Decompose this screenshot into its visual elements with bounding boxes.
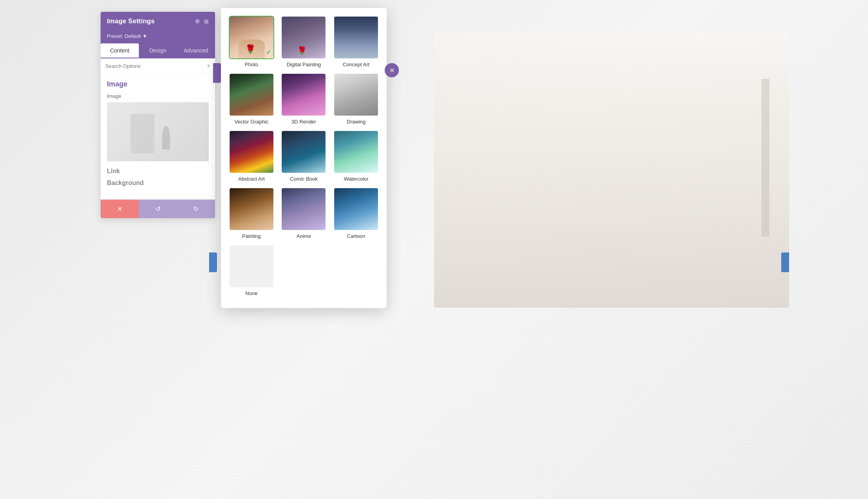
style-selector-modal: ✓ Photo Digital Painting Concept Art Vec…	[221, 8, 387, 308]
image-preview[interactable]	[107, 102, 209, 161]
style-img-concept-art	[333, 16, 379, 59]
style-img-watercolor	[333, 130, 379, 174]
style-img-none	[229, 245, 274, 288]
style-img-comic-book	[281, 130, 326, 174]
settings-icon[interactable]: ⚙	[195, 18, 200, 24]
expand-icon[interactable]: ⊞	[204, 18, 209, 24]
style-img-photo: ✓	[229, 16, 274, 59]
panel-body: Image Image Link Background	[101, 74, 215, 196]
undo-button[interactable]: ↺	[139, 200, 177, 218]
style-item-abstract-art[interactable]: Abstract Art	[228, 130, 275, 182]
panel-header-icons: ⚙ ⊞	[195, 18, 209, 24]
add-option-icon[interactable]: +	[207, 62, 210, 69]
cancel-button[interactable]: ✕	[101, 200, 139, 218]
section-link-title: Link	[107, 168, 209, 175]
search-input[interactable]	[105, 63, 204, 69]
style-label-3d-render: 3D Render	[292, 119, 316, 125]
style-item-cartoon[interactable]: Cartoon	[333, 187, 380, 239]
style-item-painting[interactable]: Painting	[228, 187, 275, 239]
style-item-photo[interactable]: ✓ Photo	[228, 16, 275, 67]
style-item-none[interactable]: None	[228, 245, 275, 296]
style-label-abstract-art: Abstract Art	[238, 176, 265, 182]
panel-expand-button[interactable]	[213, 63, 221, 83]
style-img-abstract-art	[229, 130, 274, 174]
style-grid: ✓ Photo Digital Painting Concept Art Vec…	[228, 16, 380, 296]
style-label-watercolor: Watercolor	[344, 176, 368, 182]
style-item-comic-book[interactable]: Comic Book	[281, 130, 327, 182]
redo-button[interactable]: ↻	[177, 200, 215, 218]
style-img-cartoon	[333, 187, 379, 231]
style-item-3d-render[interactable]: 3D Render	[281, 73, 327, 125]
panel-footer: ✕ ↺ ↻	[101, 199, 215, 218]
style-item-concept-art[interactable]: Concept Art	[333, 16, 380, 67]
panel-header: Image Settings ⚙ ⊞	[101, 12, 215, 31]
style-label-drawing: Drawing	[347, 119, 366, 125]
tab-design[interactable]: Design	[139, 43, 177, 58]
panel-search-bar: +	[101, 58, 215, 74]
style-img-3d-render	[281, 73, 326, 116]
section-background-title: Background	[107, 179, 209, 187]
style-img-digital-painting	[281, 16, 326, 59]
preset-label: Preset: Default ▼	[107, 33, 147, 39]
style-label-photo: Photo	[245, 62, 258, 67]
field-image-label: Image	[107, 93, 209, 99]
left-nav-button[interactable]	[209, 252, 217, 272]
style-item-drawing[interactable]: Drawing	[333, 73, 380, 125]
close-button[interactable]: ✕	[385, 63, 399, 77]
style-item-digital-painting[interactable]: Digital Painting	[281, 16, 327, 67]
panel-title: Image Settings	[107, 17, 155, 25]
tab-content[interactable]: Content	[101, 43, 139, 58]
section-image-title: Image	[107, 80, 209, 88]
style-label-anime: Anime	[297, 233, 311, 239]
tab-advanced[interactable]: Advanced	[177, 43, 215, 58]
style-item-vector-graphic[interactable]: Vector Graphic	[228, 73, 275, 125]
image-settings-panel: Image Settings ⚙ ⊞ Preset: Default ▼ Con…	[101, 12, 215, 218]
panel-preset[interactable]: Preset: Default ▼	[101, 31, 215, 43]
style-label-concept-art: Concept Art	[343, 62, 370, 67]
style-label-digital-painting: Digital Painting	[287, 62, 321, 67]
style-img-vector-graphic	[229, 73, 274, 116]
style-img-anime	[281, 187, 326, 231]
style-label-none: None	[245, 290, 258, 296]
style-img-painting	[229, 187, 274, 231]
style-img-drawing	[333, 73, 379, 116]
panel-tabs: Content Design Advanced	[101, 43, 215, 58]
style-item-anime[interactable]: Anime	[281, 187, 327, 239]
style-label-comic-book: Comic Book	[290, 176, 318, 182]
style-label-cartoon: Cartoon	[347, 233, 365, 239]
style-label-painting: Painting	[242, 233, 261, 239]
right-nav-button[interactable]	[781, 252, 789, 272]
style-label-vector-graphic: Vector Graphic	[234, 119, 268, 125]
style-item-watercolor[interactable]: Watercolor	[333, 130, 380, 182]
selected-check-photo: ✓	[266, 49, 271, 56]
